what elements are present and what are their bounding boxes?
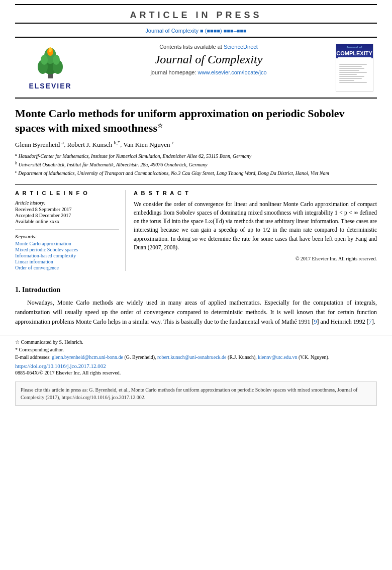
- email-3-link[interactable]: kiennv@utc.edu.vn: [258, 354, 297, 360]
- cite-9[interactable]: 9: [314, 318, 317, 325]
- keyword-3: Information-based complexity: [15, 253, 119, 258]
- keyword-5: Order of convergence: [15, 265, 119, 270]
- affiliation-a: a Hausdorff-Center for Mathematics, Inst…: [15, 152, 377, 160]
- sciencedirect-link[interactable]: ScienceDirect: [224, 44, 258, 50]
- received-date: Received 8 September 2017: [15, 207, 119, 212]
- elsevier-brand-text: ELSEVIER: [29, 82, 71, 90]
- corresponding-footnote: * Corresponding author.: [15, 347, 377, 352]
- article-info-abstract: A R T I C L E I N F O Article history: R…: [15, 184, 377, 271]
- article-history: Article history: Received 8 September 20…: [15, 200, 119, 224]
- authors-line: Glenn Byrenheid a, Robert J. Kunsch b,*,…: [15, 139, 377, 148]
- email-2-person: (R.J. Kunsch),: [228, 354, 257, 360]
- journal-main-title: Journal of Complexity: [90, 53, 327, 66]
- homepage-url[interactable]: www.elsevier.com/locate/jco: [198, 69, 267, 75]
- info-divider: [15, 229, 119, 230]
- email-2-link[interactable]: robert.kunsch@uni-osnabrueck.de: [157, 354, 227, 360]
- star-footnote: ☆ Communicated by S. Heinrich.: [15, 339, 377, 345]
- author-nguyen: Van Kien Nguyen c: [123, 141, 174, 148]
- keyword-1: Monte Carlo approximation: [15, 241, 119, 246]
- article-title: Monte Carlo methods for uniform approxim…: [15, 107, 377, 135]
- email-1-link[interactable]: glenn.byrenheid@hcm.uni-bonn.de: [52, 354, 123, 360]
- elsevier-tree-icon: [30, 46, 70, 81]
- abstract-text: We consider the order of convergence for…: [134, 200, 377, 252]
- contents-label: Contents lists available at: [159, 44, 222, 50]
- title-text: Monte Carlo methods for uniform approxim…: [15, 107, 345, 134]
- citation-box: Please cite this article in press as: G.…: [15, 382, 377, 406]
- available-online: Available online xxxx: [15, 219, 119, 224]
- keywords-list: Monte Carlo approximation Mixed periodic…: [15, 241, 119, 270]
- homepage-label: journal homepage:: [150, 69, 196, 75]
- article-in-press-banner: ARTICLE IN PRESS: [15, 4, 377, 24]
- cover-lines: [339, 63, 369, 84]
- cover-body: [338, 57, 371, 89]
- author-kunsch: Robert J. Kunsch b,*: [67, 141, 120, 148]
- article-info-header: A R T I C L E I N F O: [15, 190, 119, 196]
- corresponding-text: * Corresponding author.: [15, 347, 64, 352]
- star-footnote-text: ☆ Communicated by S. Heinrich.: [15, 339, 83, 345]
- affiliations: a Hausdorff-Center for Mathematics, Inst…: [15, 152, 377, 177]
- cover-thumbnail: Journal of COMPLEXITY: [336, 44, 373, 91]
- copyright-footer: 0885-064X/© 2017 Elsevier Inc. All right…: [15, 370, 377, 375]
- page-wrapper: ARTICLE IN PRESS Journal of Complexity ■…: [0, 4, 392, 406]
- abstract-copyright: © 2017 Elsevier Inc. All rights reserved…: [134, 256, 377, 261]
- abstract-col: A B S T R A C T We consider the order of…: [134, 190, 377, 271]
- keyword-4: Linear information: [15, 259, 119, 264]
- aip-banner-text: ARTICLE IN PRESS: [15, 10, 377, 21]
- svg-point-5: [41, 55, 48, 65]
- elsevier-logo: ELSEVIER: [15, 42, 85, 93]
- title-footnote-marker: ☆: [157, 122, 163, 129]
- accepted-date: Accepted 8 December 2017: [15, 213, 119, 218]
- header-center: Contents lists available at ScienceDirec…: [85, 42, 332, 93]
- body-content: 1. Introduction Nowadays, Monte Carlo me…: [0, 286, 392, 327]
- affiliation-c: c Department of Mathematics, University …: [15, 169, 377, 177]
- svg-point-6: [53, 55, 60, 65]
- cover-complexity-text: COMPLEXITY: [336, 50, 372, 56]
- journal-cover: Journal of COMPLEXITY: [332, 42, 377, 93]
- affiliation-b: b Universität Osnabrück, Institut für Ma…: [15, 160, 377, 168]
- homepage-line: journal homepage: www.elsevier.com/locat…: [90, 69, 327, 75]
- sciencedirect-line: Contents lists available at ScienceDirec…: [90, 44, 327, 50]
- keyword-2: Mixed periodic Sobolev spaces: [15, 247, 119, 252]
- author-byrenheid: Glenn Byrenheid a: [15, 141, 64, 148]
- email-3-person: (V.K. Nguyen).: [299, 354, 329, 360]
- keywords-label: Keywords:: [15, 234, 119, 239]
- cover-journal-text: Journal of: [346, 46, 362, 50]
- section-1-title: 1. Introduction: [15, 286, 377, 294]
- email-footnote: E-mail addresses: glenn.byrenheid@hcm.un…: [15, 354, 377, 360]
- footnotes-section: ☆ Communicated by S. Heinrich. * Corresp…: [0, 335, 392, 375]
- cite-7[interactable]: 7: [369, 318, 372, 325]
- svg-point-8: [49, 47, 52, 52]
- article-info-col: A R T I C L E I N F O Article history: R…: [15, 190, 126, 271]
- section-1-paragraph: Nowadays, Monte Carlo methods are widely…: [15, 298, 377, 327]
- email-label: E-mail addresses:: [15, 354, 51, 360]
- citation-text: Please cite this article in press as: G.…: [21, 387, 357, 400]
- abstract-header: A B S T R A C T: [134, 190, 377, 196]
- journal-ref-line: Journal of Complexity ■ (■■■■) ■■■–■■■: [0, 28, 392, 34]
- history-label: Article history:: [15, 200, 119, 206]
- email-1-person: (G. Byrenheid),: [125, 354, 156, 360]
- doi-link[interactable]: https://doi.org/10.1016/j.jco.2017.12.00…: [15, 363, 377, 369]
- main-content: Monte Carlo methods for uniform approxim…: [0, 99, 392, 286]
- header-section: ELSEVIER Contents lists available at Sci…: [15, 37, 377, 99]
